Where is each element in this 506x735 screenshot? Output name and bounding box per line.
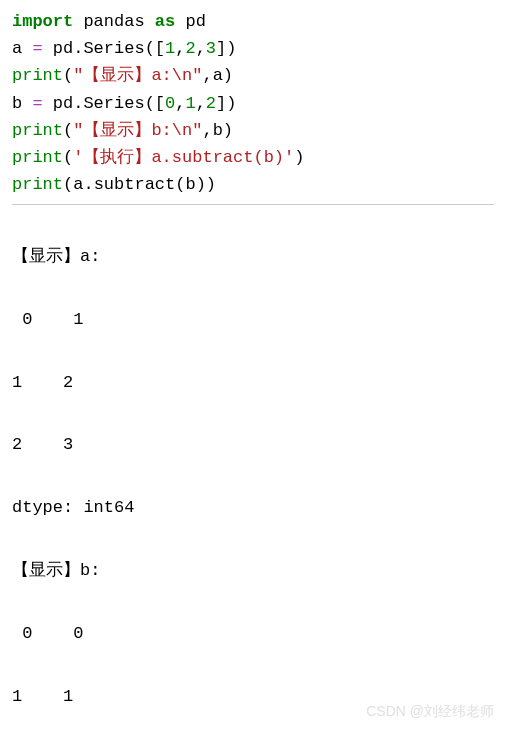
arg-a: a	[213, 66, 223, 85]
paren-close: )	[206, 175, 216, 194]
paren-open: (	[63, 175, 73, 194]
code-line-6: print('【执行】a.subtract(b)')	[12, 144, 494, 171]
code-line-2: a = pd.Series([1,2,3])	[12, 35, 494, 62]
num-2: 2	[185, 39, 195, 58]
keyword-as: as	[155, 12, 175, 31]
print-func: print	[12, 148, 63, 167]
paren-close: )	[223, 121, 233, 140]
code-block: import pandas as pd a = pd.Series([1,2,3…	[12, 8, 494, 198]
code-line-5: print("【显示】b:\n",b)	[12, 117, 494, 144]
comma: ,	[175, 39, 185, 58]
print-func: print	[12, 66, 63, 85]
module-name: pandas	[83, 12, 144, 31]
num-1: 1	[165, 39, 175, 58]
arg-b-paren: (b)	[175, 175, 206, 194]
output-line: 0 1	[12, 304, 494, 335]
op-eq: =	[22, 94, 53, 113]
open-args: ([	[145, 39, 165, 58]
pd-prefix: pd.	[53, 94, 84, 113]
string-literal: "【显示】b:\n"	[73, 121, 202, 140]
pd-prefix: pd.	[53, 39, 84, 58]
paren-open: (	[63, 148, 73, 167]
comma: ,	[202, 121, 212, 140]
code-line-3: print("【显示】a:\n",a)	[12, 62, 494, 89]
output-line: 【显示】a:	[12, 241, 494, 272]
arg-b: b	[213, 121, 223, 140]
close-args: ])	[216, 94, 236, 113]
paren-open: (	[63, 121, 73, 140]
print-func: print	[12, 175, 63, 194]
method-subtract: subtract	[94, 175, 176, 194]
output-line: 1 2	[12, 367, 494, 398]
arg-a-dot: a.	[73, 175, 93, 194]
code-line-7: print(a.subtract(b))	[12, 171, 494, 198]
output-line: 0 0	[12, 618, 494, 649]
num-1: 1	[185, 94, 195, 113]
comma: ,	[175, 94, 185, 113]
string-literal: "【显示】a:\n"	[73, 66, 202, 85]
comma: ,	[196, 94, 206, 113]
series-class: Series	[83, 94, 144, 113]
comma: ,	[202, 66, 212, 85]
var-a: a	[12, 39, 22, 58]
code-line-4: b = pd.Series([0,1,2])	[12, 90, 494, 117]
string-literal: '【执行】a.subtract(b)'	[73, 148, 294, 167]
comma: ,	[196, 39, 206, 58]
num-3: 3	[206, 39, 216, 58]
divider	[12, 204, 494, 205]
keyword-import: import	[12, 12, 73, 31]
paren-close: )	[294, 148, 304, 167]
var-b: b	[12, 94, 22, 113]
paren-open: (	[63, 66, 73, 85]
num-0: 0	[165, 94, 175, 113]
output-line: dtype: int64	[12, 492, 494, 523]
op-eq: =	[22, 39, 53, 58]
output-line: 【显示】b:	[12, 555, 494, 586]
series-class: Series	[83, 39, 144, 58]
print-func: print	[12, 121, 63, 140]
output-block: 【显示】a: 0 1 1 2 2 3 dtype: int64 【显示】b: 0…	[12, 209, 494, 735]
alias-name: pd	[185, 12, 205, 31]
output-line: 2 3	[12, 429, 494, 460]
open-args: ([	[145, 94, 165, 113]
num-2: 2	[206, 94, 216, 113]
paren-close: )	[223, 66, 233, 85]
close-args: ])	[216, 39, 236, 58]
code-line-1: import pandas as pd	[12, 8, 494, 35]
watermark: CSDN @刘经纬老师	[366, 700, 494, 722]
